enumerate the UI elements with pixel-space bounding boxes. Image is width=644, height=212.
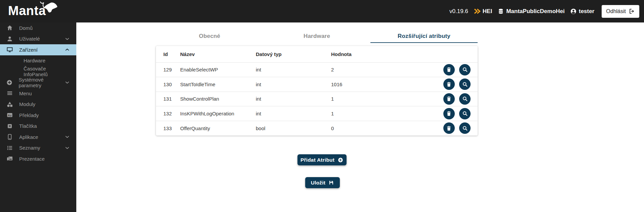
chevron-up-icon [64,47,70,53]
cell-id: 131 [156,92,180,106]
sidebar-item-domu[interactable]: Domů [0,22,76,34]
delete-attribute-button[interactable] [443,108,455,119]
hei-logo-icon [474,8,481,15]
tab-obecne[interactable]: Obecné [156,22,263,43]
column-header-id: Id [156,46,180,62]
cell-name: ShowControlPlan [180,92,255,106]
attributes-table: Id Název Datový typ Hodnota 129 EnableSe… [156,46,478,136]
attributes-card: Id Název Datový typ Hodnota 129 EnableSe… [156,46,478,136]
logout-button-label: Odhlásit [606,8,626,14]
cell-name: OfferQuantity [180,121,255,136]
sidebar-item-zarizeni[interactable]: Zařízení [0,44,76,55]
cell-type: bool [255,121,331,136]
table-header-row: Id Název Datový typ Hodnota [156,46,478,62]
sidebar-subitem-hardware[interactable]: Hardware [0,55,76,66]
search-icon [462,96,468,102]
chevron-down-icon [64,134,70,140]
cell-type: int [255,77,331,92]
sidebar-item-label: Hardware [24,58,45,63]
sidebar-item-label: Moduly [19,101,35,107]
cell-value: 2 [331,62,433,77]
search-icon [462,66,468,73]
sidebar-item-prezentace[interactable]: Prezentace [0,153,76,164]
chevron-down-icon [64,145,70,151]
plus-circle-icon [6,79,13,86]
sidebar-item-systemove-parametry[interactable]: Systémové parametry [0,77,76,88]
trash-icon [446,96,452,102]
table-row: 133 OfferQuantity bool 0 [156,121,478,136]
database-icon [497,8,504,15]
table-row: 130 StartToIdleTime int 1016 [156,77,478,92]
add-attribute-button-label: Přidat Atribut [300,157,334,163]
column-header-hodnota: Hodnota [331,46,433,62]
sidebar-item-seznamy[interactable]: Seznamy [0,143,76,154]
sidebar-item-label: Překlady [19,112,39,118]
topbar: Manta v0.19.6 HEI MantaPublicDemoHei tes… [0,0,644,22]
menu-icon [6,90,13,97]
cell-type: int [255,62,331,77]
sidebar-item-label: Seznamy [19,145,40,151]
column-header-datovy-typ: Datový typ [255,46,331,62]
column-header-actions [433,46,478,62]
cell-id: 130 [156,77,180,92]
trash-icon [446,81,452,88]
main-content: Obecné Hardware Rozšiřující atributy Id … [76,22,644,212]
cell-name: EnableSelectWP [180,62,255,77]
sidebar-item-label: Systémové parametry [18,77,64,88]
inspect-attribute-button[interactable] [459,78,471,90]
inspect-attribute-button[interactable] [459,108,471,119]
inspect-attribute-button[interactable] [459,122,471,134]
sidebar-item-preklady[interactable]: Překlady [0,110,76,121]
sidebar-item-label: Menu [19,91,32,96]
sidebar-item-tlacitka[interactable]: Tlačítka [0,121,76,132]
sidebar-item-uzivatele[interactable]: Uživatelé [0,34,76,45]
user-avatar-icon [570,8,577,15]
search-icon [462,110,468,117]
sidebar-item-label: Časovače InfoPanelů [24,66,70,77]
tab-bar: Obecné Hardware Rozšiřující atributy [156,22,478,43]
cell-id: 133 [156,121,180,136]
sidebar-item-label: Uživatelé [19,36,40,42]
trash-icon [446,66,452,73]
database-name: MantaPublicDemoHei [506,8,565,15]
table-row: 132 InsKPWithLogOperation int 1 [156,106,478,121]
sidebar-item-menu[interactable]: Menu [0,88,76,99]
person-icon [6,36,13,42]
logout-button[interactable]: Odhlásit [602,5,639,18]
save-icon [328,180,334,186]
sidebar: Domů Uživatelé Zařízení Hardware Časovač… [0,22,76,212]
app-logo: Manta [8,3,46,18]
chevron-down-icon [64,36,70,42]
sidebar-subitem-casovace-infopanelu[interactable]: Časovače InfoPanelů [0,66,76,77]
home-icon [6,24,13,31]
cell-name: StartToIdleTime [180,77,255,92]
plus-circle-icon [337,157,344,163]
search-icon [462,125,468,131]
tab-rozsirujici-atributy[interactable]: Rozšiřující atributy [370,22,478,43]
chevron-down-icon [64,80,70,86]
save-button[interactable]: Uložit [305,177,340,188]
sidebar-item-label: Tlačítka [19,123,37,129]
delete-attribute-button[interactable] [443,93,455,105]
delete-attribute-button[interactable] [443,78,455,90]
username-label: tester [579,8,594,15]
cell-value: 0 [331,121,433,136]
inspect-attribute-button[interactable] [459,64,471,75]
sidebar-item-label: Zařízení [19,47,38,53]
sidebar-item-moduly[interactable]: Moduly [0,99,76,110]
column-header-nazev: Název [180,46,255,62]
delete-attribute-button[interactable] [443,122,455,134]
monitor-icon [6,46,13,53]
phone-icon [6,134,13,140]
shapes-icon [6,101,13,108]
cell-value: 1016 [331,77,433,92]
translate-icon [6,112,13,118]
inspect-attribute-button[interactable] [459,93,471,105]
tab-hardware[interactable]: Hardware [263,22,370,43]
app-version: v0.19.6 [449,8,468,15]
delete-attribute-button[interactable] [443,64,455,75]
add-attribute-button[interactable]: Přidat Atribut [297,154,347,165]
search-icon [462,81,468,88]
sidebar-item-aplikace[interactable]: Aplikace [0,131,76,143]
trash-icon [446,125,452,131]
